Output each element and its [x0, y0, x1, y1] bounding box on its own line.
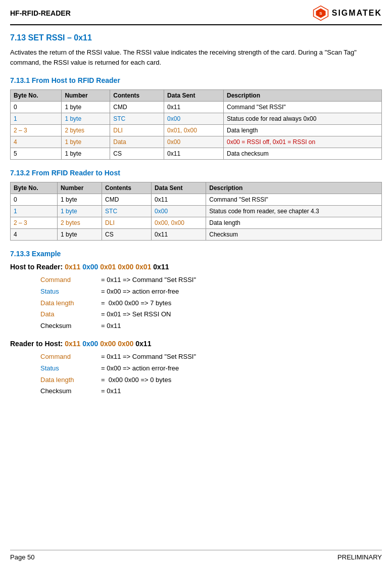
header-title: HF-RFID-READER	[10, 9, 71, 17]
section-713-intro: Activates the return of the RSSI value. …	[10, 48, 382, 67]
detail-row-data: Data = 0x01 => Set RSSI ON	[40, 309, 382, 320]
page-number: Page 50	[10, 553, 34, 561]
table-host-to-reader: Byte No. Number Contents Data Sent Descr…	[10, 89, 382, 160]
col-header-byte: Byte No.	[11, 90, 62, 102]
section-7131-heading: 7.13.1 From Host to RFID Reader	[10, 76, 382, 84]
table-row: 0 1 byte CMD 0x11 Command "Set RSSI"	[11, 194, 382, 206]
col-header-number2: Number	[58, 182, 102, 194]
detail-row-status2: Status = 0x00 => action error-free	[40, 363, 382, 374]
datalength-label: Data length	[40, 298, 101, 309]
status-label: Status	[40, 287, 101, 297]
reader-to-host-details: Command = 0x11 => Command "Set RSSI" Sta…	[40, 352, 382, 397]
datalength-value: = 0x00 0x00 => 7 bytes	[101, 298, 382, 309]
detail-row-datalength2: Data length = 0x00 0x00 => 0 bytes	[40, 375, 382, 386]
table-row: 4 1 byte Data 0x00 0x00 = RSSI off, 0x01…	[11, 136, 382, 148]
section-713-heading: 7.13 SET RSSI – 0x11	[10, 33, 382, 42]
data-label: Data	[40, 309, 101, 320]
checksum-label: Checksum	[40, 321, 101, 332]
col-header-description: Description	[223, 90, 381, 102]
datalength2-value: = 0x00 0x00 => 0 bytes	[101, 375, 382, 386]
command-value: = 0x11 => Command "Set RSSI"	[101, 275, 382, 286]
host-to-reader-title: Host to Reader: 0x11 0x00 0x01 0x00 0x01…	[10, 263, 382, 271]
col-header-datasent2: Data Sent	[152, 182, 206, 194]
table-row: 1 1 byte STC 0x00 Status code for read a…	[11, 113, 382, 125]
reader-to-host-title: Reader to Host: 0x11 0x00 0x00 0x00 0x11	[10, 340, 382, 348]
command2-value: = 0x11 => Command "Set RSSI"	[101, 352, 382, 362]
detail-row-checksum2: Checksum = 0x11	[40, 386, 382, 397]
table-row: 2 – 3 2 bytes DLI 0x00, 0x00 Data length	[11, 217, 382, 229]
logo-icon: S	[313, 5, 329, 21]
table-row: 5 1 byte CS 0x11 Data checksum	[11, 148, 382, 160]
svg-text:S: S	[319, 11, 322, 16]
data-value: = 0x01 => Set RSSI ON	[101, 309, 382, 320]
datalength2-label: Data length	[40, 375, 101, 386]
checksum2-value: = 0x11	[101, 386, 382, 397]
host-to-reader-details: Command = 0x11 => Command "Set RSSI" Sta…	[40, 275, 382, 332]
detail-row-status: Status = 0x00 => action error-free	[40, 287, 382, 297]
header-logo: S SIGMATEK	[313, 5, 382, 21]
section-7133-heading: 7.13.3 Example	[10, 250, 382, 258]
col-header-contents2: Contents	[102, 182, 152, 194]
detail-row-command2: Command = 0x11 => Command "Set RSSI"	[40, 352, 382, 362]
checksum-value: = 0x11	[101, 321, 382, 332]
page-header: HF-RFID-READER S SIGMATEK	[10, 5, 382, 25]
col-header-contents: Contents	[110, 90, 164, 102]
page-footer: Page 50 PRELIMINARY	[10, 550, 382, 561]
table-row: 1 1 byte STC 0x00 Status code from reade…	[11, 206, 382, 217]
col-header-number: Number	[62, 90, 110, 102]
status2-label: Status	[40, 363, 101, 374]
detail-row-command: Command = 0x11 => Command "Set RSSI"	[40, 275, 382, 286]
table-row: 0 1 byte CMD 0x11 Command "Set RSSI"	[11, 102, 382, 113]
status2-value: = 0x00 => action error-free	[101, 363, 382, 374]
reader-to-host-block: Reader to Host: 0x11 0x00 0x00 0x00 0x11…	[10, 340, 382, 397]
checksum2-label: Checksum	[40, 386, 101, 397]
col-header-datasent: Data Sent	[164, 90, 224, 102]
table-row: 4 1 byte CS 0x11 Checksum	[11, 229, 382, 241]
table-row: 2 – 3 2 bytes DLI 0x01, 0x00 Data length	[11, 125, 382, 136]
col-header-description2: Description	[206, 182, 382, 194]
page-status: PRELIMINARY	[337, 553, 382, 561]
detail-row-datalength: Data length = 0x00 0x00 => 7 bytes	[40, 298, 382, 309]
detail-row-checksum: Checksum = 0x11	[40, 321, 382, 332]
status-value: = 0x00 => action error-free	[101, 287, 382, 297]
command-label: Command	[40, 275, 101, 286]
command2-label: Command	[40, 352, 101, 362]
host-to-reader-block: Host to Reader: 0x11 0x00 0x01 0x00 0x01…	[10, 263, 382, 332]
logo-text: SIGMATEK	[332, 9, 382, 18]
col-header-byte2: Byte No.	[11, 182, 58, 194]
section-7132-heading: 7.13.2 From RFID Reader to Host	[10, 169, 382, 177]
table-reader-to-host: Byte No. Number Contents Data Sent Descr…	[10, 182, 382, 241]
